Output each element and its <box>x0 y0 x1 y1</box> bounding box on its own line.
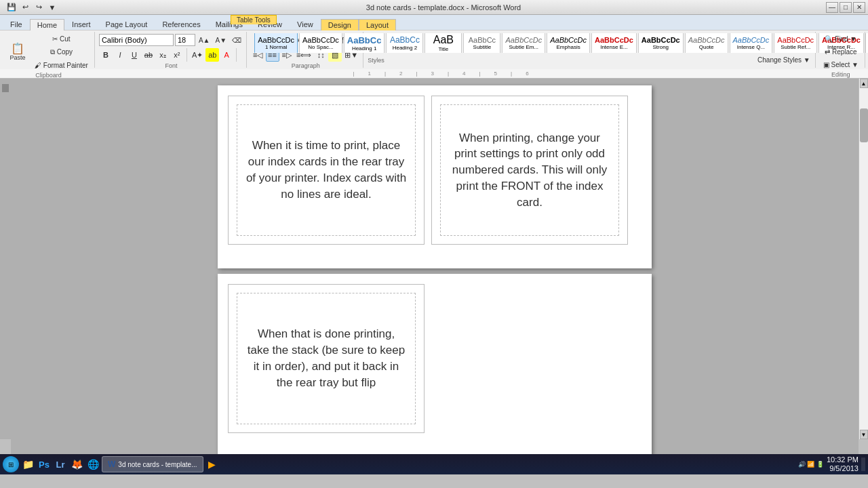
start-button[interactable]: ⊞ <box>3 456 19 472</box>
ribbon-content: 📋 Paste ✂ Cut ⧉ Copy 🖌 Format Painter Cl… <box>0 30 868 69</box>
style-no-spacing[interactable]: AaBbCcDc No Spac... <box>299 33 342 53</box>
ribbon-group-editing: 🔍 Find ▼ ⇄ Replace ▣ Select ▼ Editing <box>817 32 865 68</box>
text-effects-btn[interactable]: A✦ <box>190 48 205 62</box>
style-subtitle[interactable]: AaBbCc Subtitle <box>463 33 500 53</box>
style-heading1[interactable]: AaBbCc Heading 1 <box>344 33 385 53</box>
word-icon: W <box>108 460 115 469</box>
taskbar: ⊞ 📁 Ps Lr 🦊 🌐 W 3d note cards - template… <box>0 454 868 474</box>
superscript-btn[interactable]: x² <box>170 48 184 62</box>
underline-btn[interactable]: U <box>127 48 141 62</box>
editing-label: Editing <box>831 71 850 78</box>
style-quote[interactable]: AaBbCcDc Quote <box>685 33 728 53</box>
styles-label: Styles <box>368 57 384 64</box>
taskbar-tray: 🔊 📶 🔋 <box>798 461 824 468</box>
paragraph-label: Paragraph <box>292 62 320 69</box>
taskbar-date: 9/5/2013 <box>829 464 859 473</box>
show-desktop-btn[interactable] <box>861 458 865 471</box>
style-strong[interactable]: AaBbCcDc Strong <box>638 33 684 53</box>
tab-design[interactable]: Design <box>321 19 359 30</box>
taskbar-word[interactable]: W 3d note cards - template... <box>102 456 203 472</box>
style-title[interactable]: AaB Title <box>425 33 462 53</box>
ruler: | 1 | 2 | 3 | 4 | 5 | 6 <box>0 69 868 79</box>
highlight-btn[interactable]: ab <box>205 48 219 62</box>
font-label: Font <box>165 62 177 69</box>
style-normal[interactable]: AaBbCcDc 1 Normal <box>254 33 298 53</box>
clear-formatting-btn[interactable]: ⌫ <box>230 33 243 47</box>
tab-insert[interactable]: Insert <box>64 18 98 30</box>
italic-btn[interactable]: I <box>113 48 127 62</box>
copy-btn[interactable]: ⧉ Copy <box>31 46 92 58</box>
title-bar: 💾 ↩ ↪ ▼ 3d note cards - template.docx - … <box>0 0 868 15</box>
taskbar-lightroom[interactable]: Lr <box>53 457 68 472</box>
strikethrough-btn[interactable]: ab <box>142 48 155 62</box>
ribbon-group-font: A▲ A▼ ⌫ B I U ab x₂ x² A✦ ab <box>96 32 247 68</box>
taskbar-media[interactable]: ▶ <box>205 457 220 472</box>
find-btn[interactable]: 🔍 Find ▼ <box>821 33 860 45</box>
paste-btn[interactable]: 📋 Paste <box>5 37 30 67</box>
quick-access-toolbar: 💾 ↩ ↪ ▼ <box>3 1 61 14</box>
page-2: When that is done printing, take the sta… <box>218 274 652 457</box>
index-card-3-text[interactable]: When that is done printing, take the sta… <box>239 319 414 397</box>
redo-qat-btn[interactable]: ↪ <box>33 1 45 14</box>
font-size-input[interactable] <box>175 34 195 46</box>
taskbar-time: 10:32 PM <box>827 455 859 464</box>
style-heading2[interactable]: AaBbCc Heading 2 <box>386 33 423 53</box>
index-card-1-text[interactable]: When it is time to print, place our inde… <box>239 131 414 209</box>
scroll-down-btn[interactable]: ▼ <box>860 430 868 439</box>
index-card-3[interactable]: When that is done printing, take the sta… <box>228 284 425 433</box>
style-book-title[interactable]: AaBbCcDc Book Title <box>865 33 868 53</box>
taskbar-chrome[interactable]: 🌐 <box>85 457 100 472</box>
style-subtle-ref[interactable]: AaBbCcDc Subtle Ref... <box>774 33 817 53</box>
font-color-btn[interactable]: A <box>220 48 233 62</box>
maximize-btn[interactable]: □ <box>840 2 852 13</box>
page-1: When it is time to print, place our inde… <box>218 85 652 268</box>
ribbon-group-clipboard: 📋 Paste ✂ Cut ⧉ Copy 🖌 Format Painter Cl… <box>3 32 95 68</box>
tab-view[interactable]: View <box>290 18 321 30</box>
grow-font-btn[interactable]: A▲ <box>197 33 212 47</box>
tab-home[interactable]: Home <box>30 19 64 30</box>
minimize-btn[interactable]: — <box>826 2 838 13</box>
style-emphasis[interactable]: AaBbCcDc Emphasis <box>547 33 590 53</box>
index-card-1[interactable]: When it is time to print, place our inde… <box>228 96 425 245</box>
index-card-2[interactable]: When printing, change your print setting… <box>431 96 628 245</box>
tab-page-layout[interactable]: Page Layout <box>98 18 155 30</box>
style-intense-e[interactable]: AaBbCcDc Intense E... <box>591 33 637 53</box>
taskbar-right: 🔊 📶 🔋 10:32 PM 9/5/2013 <box>798 455 865 473</box>
tab-references[interactable]: References <box>155 18 208 30</box>
scroll-up-btn[interactable]: ▲ <box>860 79 868 88</box>
document-area[interactable]: When it is time to print, place our inde… <box>11 79 859 461</box>
tab-file[interactable]: File <box>3 18 30 30</box>
replace-btn[interactable]: ⇄ Replace <box>821 46 860 58</box>
ribbon-wrapper: Table Tools File Home Insert Page Layout… <box>0 15 868 69</box>
select-btn[interactable]: ▣ Select ▼ <box>820 59 862 70</box>
scroll-thumb[interactable] <box>860 108 868 142</box>
format-painter-btn[interactable]: 🖌 Format Painter <box>31 60 92 71</box>
close-btn[interactable]: ✕ <box>853 2 865 13</box>
table-tools-label: Table Tools <box>231 15 277 24</box>
clipboard-label: Clipboard <box>35 72 62 79</box>
taskbar-firefox[interactable]: 🦊 <box>69 457 84 472</box>
undo-qat-btn[interactable]: ↩ <box>19 1 31 14</box>
style-subtle-em[interactable]: AaBbCcDc Subtle Em... <box>502 33 545 53</box>
main-content-area: When it is time to print, place our inde… <box>0 79 868 439</box>
shrink-font-btn[interactable]: A▼ <box>214 33 229 47</box>
taskbar-photoshop[interactable]: Ps <box>37 457 52 472</box>
qat-dropdown[interactable]: ▼ <box>46 1 58 14</box>
title-bar-left: 💾 ↩ ↪ ▼ <box>3 1 61 14</box>
tab-layout[interactable]: Layout <box>359 19 396 30</box>
left-margin-handle[interactable] <box>2 84 9 92</box>
index-card-2-text[interactable]: When printing, change your print setting… <box>442 123 617 218</box>
save-qat-btn[interactable]: 💾 <box>5 1 18 14</box>
vertical-scrollbar[interactable]: ▲ ▼ <box>859 79 868 439</box>
left-margin <box>0 79 11 439</box>
font-name-input[interactable] <box>99 34 174 46</box>
taskbar-explorer[interactable]: 📁 <box>20 457 35 472</box>
bold-btn[interactable]: B <box>99 48 113 62</box>
change-styles-btn[interactable]: Change Styles ▼ <box>755 53 812 66</box>
style-intense-q[interactable]: AaBbCcDc Intense Q... <box>730 33 773 53</box>
cut-btn[interactable]: ✂ Cut <box>31 33 92 45</box>
paste-icon: 📋 <box>11 43 24 54</box>
subscript-btn[interactable]: x₂ <box>156 48 170 62</box>
title-bar-buttons: — □ ✕ <box>826 2 865 13</box>
word-taskbar-label: 3d note cards - template... <box>118 461 197 468</box>
